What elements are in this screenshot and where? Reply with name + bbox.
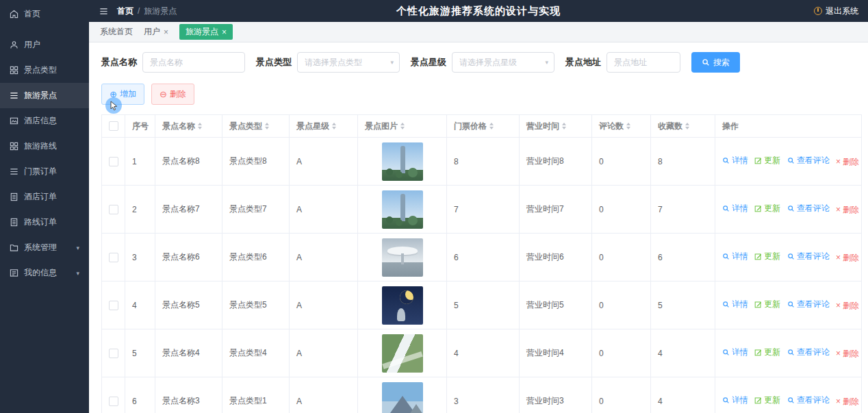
view-comments-link[interactable]: 查看评论 (787, 251, 830, 262)
row-checkbox[interactable] (109, 157, 118, 166)
attraction-address-input[interactable] (607, 52, 680, 73)
sidebar-item-label: 旅游景点 (24, 90, 57, 101)
detail-link[interactable]: 详情 (722, 395, 748, 406)
sidebar-item-6[interactable]: 门票订单 (0, 159, 89, 184)
delete-link[interactable]: ×删除 (836, 348, 859, 360)
delete-link[interactable]: ×删除 (836, 204, 859, 216)
search-icon (722, 253, 730, 260)
view-comments-link[interactable]: 查看评论 (787, 155, 830, 166)
edit-icon (754, 253, 762, 260)
update-link[interactable]: 更新 (754, 347, 780, 358)
breadcrumb-home[interactable]: 首页 (117, 5, 133, 17)
view-comments-link[interactable]: 查看评论 (787, 299, 830, 310)
add-button[interactable]: ⊕ 增加 (101, 84, 144, 105)
cell-checkbox (102, 234, 125, 281)
tab-users[interactable]: 用户 × (144, 26, 168, 38)
search-icon (722, 397, 730, 404)
row-checkbox[interactable] (109, 349, 118, 358)
detail-link[interactable]: 详情 (722, 155, 748, 166)
delete-link[interactable]: ×删除 (836, 156, 859, 168)
sidebar-item-4[interactable]: 酒店信息 (0, 108, 89, 134)
attraction-photo[interactable] (382, 238, 423, 277)
detail-link[interactable]: 详情 (722, 251, 748, 262)
sidebar-menu: 首页 用户 景点类型 旅游景点 酒店信息 旅游路线 门票订单 酒店订单 (0, 1, 89, 286)
delete-button[interactable]: ⊖ 删除 (151, 84, 194, 105)
chevron-down-icon: ▾ (76, 270, 79, 277)
row-checkbox[interactable] (109, 253, 118, 262)
attraction-star-select[interactable]: 请选择景点星级 ▾ (452, 52, 554, 73)
cell-checkbox (102, 281, 125, 329)
col-hours[interactable]: 营业时间 (520, 115, 592, 138)
cell-star: A (290, 329, 358, 377)
sidebar-item-7[interactable]: 酒店订单 (0, 184, 89, 210)
cell-comments: 0 (592, 234, 651, 281)
view-comments-link[interactable]: 查看评论 (787, 347, 830, 358)
cell-index: 5 (125, 329, 155, 377)
cell-favorites: 5 (651, 281, 715, 329)
sort-icon (685, 123, 689, 129)
detail-link[interactable]: 详情 (722, 203, 748, 214)
col-star[interactable]: 景点星级 (290, 115, 358, 138)
grid-icon (10, 66, 18, 75)
sidebar-item-0[interactable]: 首页 (0, 1, 89, 27)
col-comments[interactable]: 评论数 (592, 115, 651, 138)
cell-photo (358, 138, 447, 186)
update-link[interactable]: 更新 (754, 203, 780, 214)
col-photo[interactable]: 景点图片 (358, 115, 447, 138)
attraction-photo[interactable] (382, 334, 423, 373)
sidebar-item-3[interactable]: 旅游景点 (0, 83, 89, 108)
cell-hours: 营业时间6 (520, 234, 592, 281)
close-icon: × (836, 253, 841, 262)
sidebar-item-2[interactable]: 景点类型 (0, 58, 89, 83)
col-name[interactable]: 景点名称 (155, 115, 222, 138)
select-all-header (102, 115, 125, 138)
detail-link[interactable]: 详情 (722, 347, 748, 358)
view-comments-link[interactable]: 查看评论 (787, 395, 830, 406)
row-checkbox[interactable] (109, 301, 118, 310)
col-type[interactable]: 景点类型 (222, 115, 290, 138)
update-link[interactable]: 更新 (754, 299, 780, 310)
attraction-photo[interactable] (382, 382, 423, 413)
tab-system-home[interactable]: 系统首页 (100, 26, 133, 38)
attraction-photo[interactable] (382, 142, 423, 181)
attraction-name-input[interactable] (142, 52, 245, 73)
view-comments-link[interactable]: 查看评论 (787, 203, 830, 214)
sidebar-item-10[interactable]: 我的信息 ▾ (0, 260, 89, 286)
search-button[interactable]: 搜索 (691, 52, 740, 73)
sidebar-item-9[interactable]: 系统管理 ▾ (0, 235, 89, 260)
update-link[interactable]: 更新 (754, 251, 780, 262)
row-checkbox[interactable] (109, 205, 118, 214)
tab-attractions[interactable]: 旅游景点 × (179, 24, 233, 40)
update-link[interactable]: 更新 (754, 395, 780, 406)
sidebar-item-5[interactable]: 旅游路线 (0, 134, 89, 159)
detail-link[interactable]: 详情 (722, 299, 748, 310)
update-link[interactable]: 更新 (754, 155, 780, 166)
plus-circle-icon: ⊕ (110, 90, 117, 99)
menu-collapse-icon[interactable] (99, 7, 109, 16)
cell-favorites: 6 (651, 234, 715, 281)
col-price[interactable]: 门票价格 (447, 115, 520, 138)
user-icon (10, 40, 18, 49)
col-favorites[interactable]: 收藏数 (651, 115, 715, 138)
close-icon[interactable]: × (164, 28, 168, 36)
sort-icon (332, 123, 336, 129)
select-all-checkbox[interactable] (109, 121, 118, 131)
attraction-photo[interactable] (382, 190, 423, 229)
sort-icon (626, 123, 630, 129)
attraction-photo[interactable] (382, 286, 423, 325)
row-checkbox[interactable] (109, 397, 118, 406)
close-icon[interactable]: × (222, 28, 227, 36)
cell-actions: 详情 更新 查看评论 ×删除 (715, 281, 862, 329)
sidebar-item-8[interactable]: 路线订单 (0, 210, 89, 235)
delete-link[interactable]: ×删除 (836, 396, 859, 408)
delete-link[interactable]: ×删除 (836, 300, 859, 312)
list-icon (10, 91, 18, 100)
delete-link[interactable]: ×删除 (836, 252, 859, 264)
logout-button[interactable]: 退出系统 (814, 5, 858, 17)
chevron-down-icon: ▾ (390, 59, 394, 66)
sidebar-item-1[interactable]: 用户 (0, 32, 89, 58)
cell-checkbox (102, 138, 125, 186)
attraction-type-select[interactable]: 请选择景点类型 ▾ (297, 52, 400, 73)
cell-price: 3 (447, 377, 520, 413)
edit-icon (754, 205, 762, 212)
